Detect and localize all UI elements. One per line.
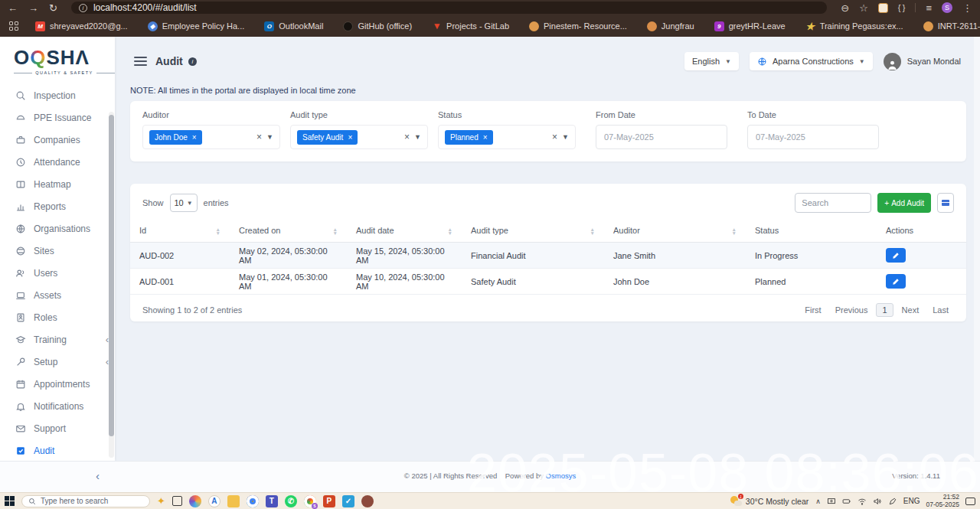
chevron-down-icon[interactable]: ▼ — [562, 133, 569, 141]
sidebar-item-reports[interactable]: Reports — [0, 195, 115, 217]
sidebar-scrollbar-thumb[interactable] — [109, 115, 114, 436]
sidebar-item-audit[interactable]: Audit — [0, 439, 115, 462]
edit-button[interactable] — [886, 248, 906, 263]
audit-type-select[interactable]: Safety Audit× × ▼ — [290, 125, 428, 149]
pagination-previous[interactable]: Previous — [830, 303, 874, 317]
bookmark-jungfrau[interactable]: Jungfrau — [639, 21, 702, 31]
page-info-icon[interactable]: i — [79, 4, 87, 12]
pagination-first[interactable]: First — [799, 303, 826, 317]
chip-remove-icon[interactable]: × — [192, 133, 197, 142]
add-audit-button[interactable]: +Add Audit — [877, 193, 931, 213]
taskbar-search[interactable]: Type here to search — [21, 495, 150, 507]
sidebar-item-assets[interactable]: Assets — [0, 284, 115, 306]
chip-remove-icon[interactable]: × — [483, 133, 488, 142]
tray-expand-icon[interactable]: ∧ — [815, 498, 821, 505]
bookmark-github[interactable]: GitHub (office) — [335, 21, 420, 31]
bookmark-training-pegasus[interactable]: ★Training Pegasus:ex... — [798, 21, 911, 31]
company-dropdown[interactable]: Aparna Constructions ▼ — [750, 52, 873, 70]
windows-start-icon[interactable] — [5, 496, 15, 506]
taskbar-app-vscode[interactable]: ✓ — [342, 495, 354, 507]
sort-icon[interactable]: ▲▼ — [590, 227, 595, 235]
clear-icon[interactable]: × — [404, 132, 410, 142]
forward-icon[interactable]: → — [28, 3, 38, 13]
info-icon[interactable]: i — [188, 57, 197, 66]
language-indicator[interactable]: ENG — [903, 497, 920, 505]
sidebar-item-companies[interactable]: Companies — [0, 129, 115, 151]
chevron-down-icon[interactable]: ▼ — [414, 133, 421, 141]
column-header-status[interactable]: Status — [746, 220, 877, 243]
column-header-created-on[interactable]: Created on▲▼ — [230, 220, 347, 243]
sidebar-item-users[interactable]: Users — [0, 262, 115, 284]
taskbar-app-powerpoint[interactable]: P — [323, 495, 335, 507]
language-dropdown[interactable]: English ▼ — [684, 52, 739, 70]
column-visibility-button[interactable] — [937, 193, 954, 213]
sidebar-item-roles[interactable]: Roles — [0, 306, 115, 328]
apps-grid-icon[interactable] — [9, 21, 18, 31]
copilot-sparkle-icon[interactable]: ✦ — [157, 496, 165, 506]
sidebar-item-heatmap[interactable]: Heatmap — [0, 173, 115, 195]
column-header-audit-date[interactable]: Audit date▲▼ — [347, 220, 462, 243]
url-text[interactable]: localhost:4200/#/audit/list — [93, 2, 197, 13]
page-size-select[interactable]: 10▼ — [170, 194, 198, 212]
from-date-input[interactable] — [596, 125, 727, 149]
bookmark-employee-policy[interactable]: ◆Employee Policy Ha... — [140, 21, 253, 31]
taskbar-app-teams[interactable]: T — [266, 495, 278, 507]
sidebar-scrollbar[interactable] — [109, 112, 114, 458]
browser-menu-icon[interactable]: ⋮ — [962, 3, 972, 13]
powered-by-link[interactable]: Osmosys — [546, 471, 577, 480]
clear-icon[interactable]: × — [256, 132, 262, 142]
main-scrollbar[interactable] — [974, 37, 980, 461]
search-input[interactable] — [795, 193, 871, 213]
to-date-input[interactable] — [747, 125, 879, 149]
status-select[interactable]: Planned× × ▼ — [438, 125, 576, 149]
refresh-icon[interactable]: ↻ — [49, 3, 57, 13]
sidebar-item-support[interactable]: Support — [0, 417, 115, 439]
column-header-auditor[interactable]: Auditor▲▼ — [604, 220, 746, 243]
sort-icon[interactable]: ▲▼ — [448, 227, 452, 235]
bookmark-gitlab[interactable]: ▼Projects - GitLab — [424, 21, 517, 31]
column-header-id[interactable]: Id▲▼ — [130, 220, 230, 243]
taskbar-app-gitkraken[interactable] — [361, 495, 374, 507]
chevron-down-icon[interactable]: ▼ — [266, 133, 273, 141]
taskbar-app-whatsapp[interactable]: ✆ — [285, 495, 297, 507]
sort-icon[interactable]: ▲▼ — [216, 227, 220, 235]
weather-widget[interactable]: 1 30°C Mostly clear — [730, 496, 808, 506]
bookmark-pinestem[interactable]: Pinestem- Resource... — [521, 21, 635, 31]
sidebar-item-sites[interactable]: Sites — [0, 240, 115, 262]
sidebar-item-inspection[interactable]: Inspection — [0, 84, 115, 106]
sort-icon[interactable]: ▲▼ — [732, 227, 737, 235]
chip-remove-icon[interactable]: × — [348, 133, 352, 142]
taskbar-app-chrome-profile[interactable]: S — [304, 495, 316, 507]
sidebar-item-ppe-issuance[interactable]: PPE Issuance — [0, 106, 115, 129]
taskbar-clock[interactable]: 21:52 07-05-2025 — [926, 494, 959, 509]
notification-center-icon[interactable] — [965, 498, 975, 505]
task-view-icon[interactable] — [172, 496, 182, 506]
sidebar-item-organisations[interactable]: Organisations — [0, 217, 115, 240]
auditor-select[interactable]: John Doe× × ▼ — [142, 125, 280, 149]
sidebar-item-setup[interactable]: Setup ‹ — [0, 351, 115, 373]
edit-button[interactable] — [886, 274, 906, 289]
sidebar-item-notifications[interactable]: Notifications — [0, 395, 115, 417]
sort-icon[interactable]: ▲▼ — [333, 227, 338, 235]
bookmark-star-icon[interactable]: ☆ — [859, 3, 868, 13]
extension-brackets-icon[interactable]: { } — [898, 3, 906, 12]
column-header-audit-type[interactable]: Audit type▲▼ — [462, 220, 604, 243]
reading-list-icon[interactable]: ≡ — [926, 3, 932, 13]
back-icon[interactable]: ← — [8, 3, 18, 13]
clear-icon[interactable]: × — [552, 132, 557, 142]
bookmark-inrt-portal[interactable]: INRT-2611-portal- T... — [916, 21, 980, 31]
taskbar-app-copilot[interactable] — [189, 495, 201, 507]
url-bar[interactable]: i localhost:4200/#/audit/list — [71, 2, 827, 14]
taskbar-app-a[interactable]: A — [208, 495, 220, 507]
user-menu[interactable]: Sayan Mondal — [884, 53, 961, 70]
bookmark-outlook[interactable]: OOutlookMail — [256, 21, 331, 31]
extension-icon[interactable] — [878, 3, 888, 13]
sidebar-item-appointments[interactable]: Appointments — [0, 373, 115, 395]
browser-profile-avatar[interactable]: S — [942, 2, 952, 13]
bookmark-gmail[interactable]: Mshreyaved2020@g... — [28, 21, 136, 31]
bookmark-greythr[interactable]: 9greytHR-Leave — [707, 21, 793, 31]
sidebar-item-training[interactable]: Training ‹ — [0, 328, 115, 351]
pagination-next[interactable]: Next — [897, 303, 925, 317]
hamburger-menu-icon[interactable] — [134, 57, 147, 66]
pagination-last[interactable]: Last — [927, 303, 954, 317]
